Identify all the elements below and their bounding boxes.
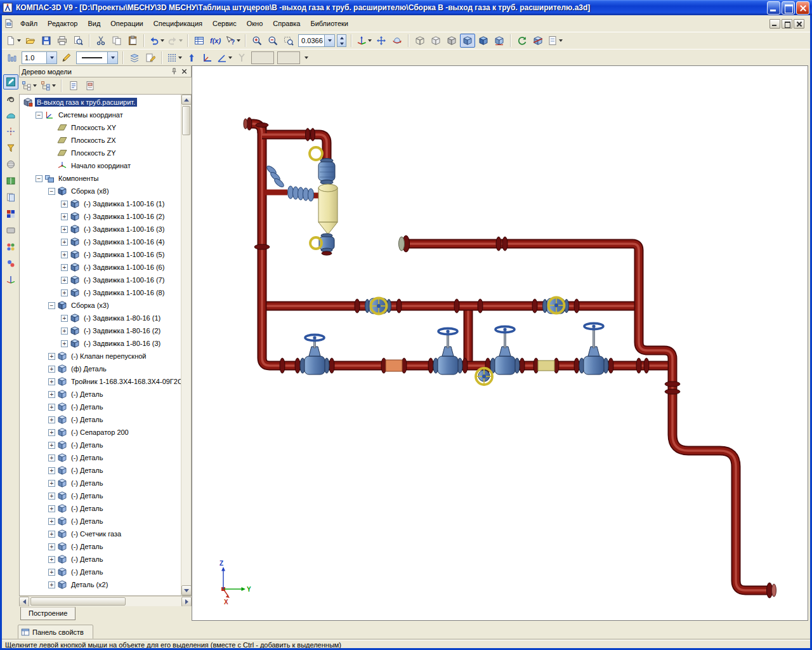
elements-button[interactable] <box>3 239 18 255</box>
tree-item[interactable]: +(-) Задвижка 1-100-16 (4) <box>20 235 181 248</box>
document-properties-button[interactable] <box>546 34 564 48</box>
expand-icon[interactable]: + <box>61 213 68 220</box>
display-perspective-button[interactable] <box>492 34 507 48</box>
minimize-button[interactable] <box>767 1 780 15</box>
expand-icon[interactable]: + <box>48 543 55 550</box>
zoom-in-button[interactable] <box>249 34 265 48</box>
tree-item[interactable]: +(-) Задвижка 1-100-16 (6) <box>20 261 181 274</box>
expand-icon[interactable]: + <box>61 277 68 284</box>
line-style-combo[interactable] <box>76 51 118 64</box>
gate-valve-3[interactable] <box>490 326 520 375</box>
menu-item-Библиотеки[interactable]: Библиотеки <box>305 17 353 30</box>
aux-geometry-button[interactable] <box>3 124 18 139</box>
maximize-button[interactable] <box>782 1 795 15</box>
tree-item[interactable]: +(-) Деталь <box>20 553 181 566</box>
menu-item-Файл[interactable]: Файл <box>15 17 43 30</box>
scroll-up-button[interactable] <box>181 95 192 105</box>
context-help-button[interactable]: ? <box>224 34 242 48</box>
tree-item[interactable]: +(ф) Деталь <box>20 362 181 375</box>
mdi-close-button[interactable] <box>794 19 804 29</box>
expand-icon[interactable]: + <box>61 289 68 296</box>
layers-button[interactable] <box>127 51 142 65</box>
tree-doc-attrs-button[interactable] <box>82 79 98 93</box>
grid-button[interactable] <box>166 51 183 65</box>
menu-item-Редактор[interactable]: Редактор <box>43 17 82 30</box>
tree-item[interactable]: +(-) Задвижка 1-100-16 (1) <box>20 197 181 210</box>
zoom-out-button[interactable] <box>265 34 280 48</box>
expand-icon[interactable]: + <box>61 264 68 271</box>
tree-item[interactable]: −Системы координат <box>20 109 181 121</box>
refresh-image-button[interactable] <box>514 34 530 48</box>
style-pen-button[interactable] <box>59 51 74 65</box>
scroll-track-h[interactable] <box>29 597 181 606</box>
library-button[interactable] <box>3 206 18 222</box>
tree-view-options-dropdown-arrow[interactable] <box>52 84 56 87</box>
tree-item[interactable]: +(-) Деталь <box>20 401 181 413</box>
tree-view-structure-dropdown-arrow[interactable] <box>33 84 37 87</box>
expand-icon[interactable]: + <box>61 340 68 347</box>
variables-table-button[interactable] <box>192 34 207 48</box>
expand-icon[interactable]: + <box>48 480 55 487</box>
expand-icon[interactable]: + <box>61 201 68 208</box>
document-icon[interactable] <box>4 18 14 29</box>
rotate-view-button[interactable] <box>390 34 405 48</box>
tree-item[interactable]: +(-) Деталь <box>20 439 181 451</box>
tree-item[interactable]: +Тройник 1-168.3X4-168.3X4-09Г2С <box>20 375 181 388</box>
grid-dropdown-arrow[interactable] <box>178 56 182 59</box>
tree-item[interactable]: +(-) Деталь <box>20 388 181 401</box>
expand-icon[interactable]: + <box>48 353 55 360</box>
tree-item[interactable]: −Компоненты <box>20 172 181 185</box>
gate-valve-2[interactable] <box>433 328 462 375</box>
tree-item[interactable]: +(-) Клапан перепускной <box>20 350 181 362</box>
menu-item-Спецификация[interactable]: Спецификация <box>148 17 207 30</box>
expand-icon[interactable]: + <box>48 505 55 512</box>
expand-icon[interactable]: + <box>61 251 68 258</box>
collapse-icon[interactable]: − <box>36 175 43 182</box>
expand-icon[interactable]: + <box>48 569 55 576</box>
separator-assembly[interactable] <box>310 147 337 255</box>
right-angle-snap-button[interactable] <box>200 51 215 65</box>
display-hidden-removed-button[interactable] <box>428 34 443 48</box>
expand-icon[interactable]: + <box>61 328 68 335</box>
tree-view-structure-button[interactable] <box>20 79 38 93</box>
display-wireframe-button[interactable] <box>412 34 428 48</box>
menu-item-Операции[interactable]: Операции <box>105 17 148 30</box>
expand-icon[interactable]: + <box>48 429 55 436</box>
expand-icon[interactable]: + <box>48 416 55 423</box>
valve-handwheel-3[interactable] <box>476 368 492 385</box>
tree-item[interactable]: Плоскость ZY <box>20 147 181 159</box>
tree-item[interactable]: Плоскость XY <box>20 121 181 134</box>
orientation-button[interactable] <box>355 34 373 48</box>
tree-vertical-scrollbar[interactable] <box>181 95 191 595</box>
tree-item[interactable]: +(-) Задвижка 1-100-16 (2) <box>20 210 181 223</box>
undo-button[interactable] <box>148 34 166 48</box>
scroll-down-button[interactable] <box>181 585 192 595</box>
close-icon[interactable] <box>179 67 189 76</box>
document-properties-dropdown-arrow[interactable] <box>559 39 563 42</box>
expand-icon[interactable]: + <box>61 239 68 246</box>
context-help-dropdown-arrow[interactable] <box>237 39 240 42</box>
ortho-mode-button[interactable] <box>184 51 199 65</box>
expressions-fx-button[interactable]: f(x) <box>207 34 223 48</box>
copy-button[interactable] <box>109 34 124 48</box>
tree-view-options-button[interactable] <box>39 79 57 93</box>
tree-item[interactable]: +(-) Деталь <box>20 540 181 553</box>
expand-icon[interactable]: + <box>61 226 68 233</box>
scroll-thumb-h[interactable] <box>30 597 126 606</box>
expand-icon[interactable]: + <box>48 442 55 449</box>
tree-item[interactable]: +(-) Задвижка 1-80-16 (3) <box>20 337 181 350</box>
tree-item[interactable]: +(-) Задвижка 1-100-16 (5) <box>20 248 181 261</box>
current-step-button[interactable] <box>4 51 20 65</box>
tree-item[interactable]: +(-) Сепаратор 200 <box>20 426 181 439</box>
specification-button[interactable] <box>3 173 18 189</box>
open-document-button[interactable] <box>23 34 38 48</box>
scroll-track[interactable] <box>181 105 191 585</box>
3d-viewport[interactable]: Z Y X <box>192 65 808 621</box>
tree-item[interactable]: +(-) Деталь <box>20 464 181 477</box>
orientation-dropdown-arrow[interactable] <box>368 39 372 42</box>
zoom-spin-button[interactable] <box>337 34 346 47</box>
app-icon[interactable] <box>3 3 13 13</box>
menu-item-Справка[interactable]: Справка <box>268 17 305 30</box>
filters-button[interactable] <box>3 140 18 156</box>
redo-dropdown-arrow[interactable] <box>179 39 183 42</box>
